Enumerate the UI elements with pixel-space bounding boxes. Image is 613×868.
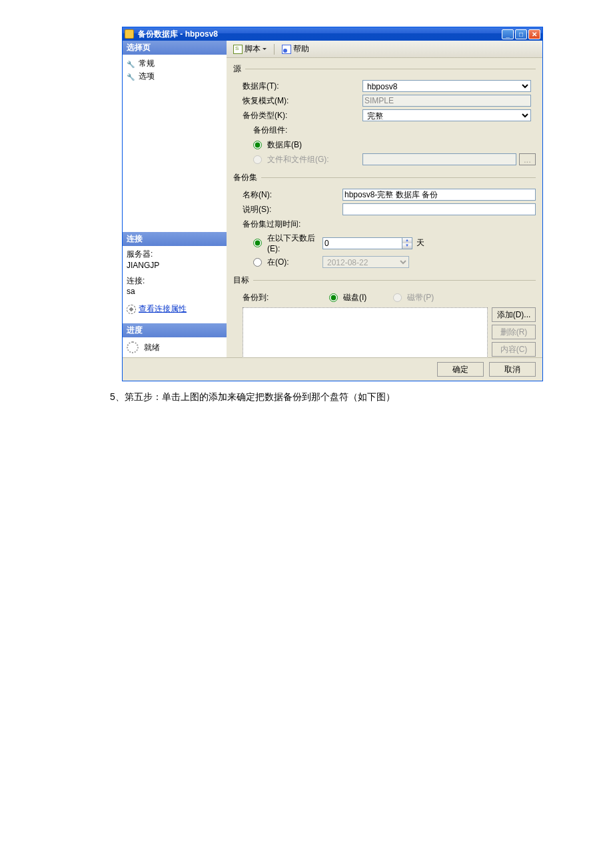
- after-label: 在以下天数后(E):: [267, 233, 322, 253]
- radio-database-label: 数据库(B): [267, 139, 302, 151]
- step-caption: 5、第五步：单击上图的添加来确定把数据备份到那个盘符（如下图）: [110, 391, 600, 403]
- radio-on-date[interactable]: [253, 258, 262, 267]
- dialog-window: 备份数据库 - hbposv8 _ □ ✕ 选择页 常规 选项 连接: [122, 27, 543, 381]
- desc-label: 说明(S):: [243, 204, 342, 215]
- desc-field[interactable]: [342, 203, 536, 215]
- filegroups-field: [362, 153, 516, 165]
- minimize-button[interactable]: _: [502, 29, 514, 39]
- progress-header: 进度: [123, 323, 227, 337]
- page-icon: [127, 59, 136, 69]
- expire-date-select: 2012-08-22: [322, 256, 409, 268]
- backup-type-label: 备份类型(K):: [243, 110, 362, 121]
- content-area: 源 数据库(T): hbposv8 恢复模式(M): 备份类型(K):: [227, 58, 542, 357]
- radio-database[interactable]: [253, 141, 262, 149]
- radio-disk-label: 磁盘(I): [343, 292, 366, 303]
- sidebar-item-label: 选项: [139, 71, 155, 82]
- page-icon: [127, 72, 136, 81]
- conn-label: 连接:: [127, 275, 223, 287]
- spinner-icon: [127, 341, 139, 353]
- days-spinner[interactable]: ▲ ▼: [322, 237, 412, 249]
- ok-button[interactable]: 确定: [437, 362, 484, 377]
- help-icon: [282, 45, 291, 54]
- add-button[interactable]: 添加(D)...: [492, 307, 536, 322]
- script-button[interactable]: 脚本: [231, 43, 269, 55]
- days-field[interactable]: [322, 237, 402, 249]
- toolbar: 脚本 帮助: [227, 41, 542, 58]
- maximize-button[interactable]: □: [515, 29, 527, 39]
- connection-header: 连接: [123, 232, 227, 246]
- spinner-up-icon[interactable]: ▲: [402, 238, 412, 243]
- script-icon: [233, 45, 243, 54]
- server-label: 服务器:: [127, 249, 223, 260]
- backupset-group: 备份集 名称(N): 说明(S): 备份集过期时间:: [233, 172, 536, 269]
- browse-filegroups-button: ...: [519, 153, 536, 165]
- radio-tape: [393, 293, 402, 302]
- backupset-legend: 备份集: [233, 172, 257, 183]
- contents-button: 内容(C): [492, 342, 536, 357]
- sidebar: 选择页 常规 选项 连接 服务器: JIANGJP 连接: sa: [123, 41, 227, 357]
- spinner-down-icon[interactable]: ▼: [402, 243, 412, 249]
- expire-label: 备份集过期时间:: [243, 219, 362, 230]
- backup-to-label: 备份到:: [243, 292, 329, 303]
- database-label: 数据库(T):: [243, 81, 362, 92]
- window-controls: _ □ ✕: [502, 29, 540, 39]
- server-value: JIANGJP: [127, 260, 223, 271]
- backup-type-select[interactable]: 完整: [362, 109, 531, 121]
- on-label: 在(O):: [267, 257, 289, 268]
- name-label: 名称(N):: [243, 189, 342, 201]
- conn-value: sa: [127, 286, 223, 297]
- titlebar: 备份数据库 - hbposv8 _ □ ✕: [123, 27, 542, 41]
- cancel-button[interactable]: 取消: [489, 362, 536, 377]
- dropdown-arrow-icon: [263, 48, 267, 52]
- main-panel: 脚本 帮助 源 数据库(T): hbposv8: [227, 41, 542, 357]
- select-page-header: 选择页: [123, 41, 227, 55]
- sidebar-item-options[interactable]: 选项: [127, 70, 223, 83]
- radio-tape-label: 磁带(P): [407, 292, 434, 303]
- source-group: 源 数据库(T): hbposv8 恢复模式(M): 备份类型(K):: [233, 63, 536, 167]
- destination-group: 目标 备份到: 磁盘(I) 磁带(P): [233, 275, 536, 357]
- window-title: 备份数据库 - hbposv8: [138, 29, 502, 40]
- toolbar-separator: [274, 44, 275, 55]
- days-unit: 天: [416, 237, 424, 249]
- recovery-label: 恢复模式(M):: [243, 95, 362, 107]
- sidebar-item-general[interactable]: 常规: [127, 57, 223, 70]
- view-conn-link[interactable]: 查看连接属性: [139, 303, 187, 315]
- view-conn-props[interactable]: 查看连接属性: [127, 303, 223, 315]
- recovery-field: [362, 95, 531, 107]
- radio-disk[interactable]: [329, 293, 338, 302]
- close-button[interactable]: ✕: [528, 29, 540, 39]
- destination-listbox[interactable]: [243, 307, 488, 357]
- radio-filegroups: [253, 155, 262, 164]
- page-list: 常规 选项: [123, 55, 227, 85]
- dest-legend: 目标: [233, 275, 249, 286]
- radio-files-label: 文件和文件组(G):: [267, 154, 329, 165]
- app-icon: [125, 29, 134, 39]
- dialog-footer: 确定 取消: [123, 357, 542, 381]
- script-label: 脚本: [245, 43, 261, 55]
- help-button[interactable]: 帮助: [279, 43, 312, 55]
- name-field[interactable]: [342, 189, 536, 201]
- progress-block: 就绪: [123, 337, 227, 357]
- remove-button: 删除(R): [492, 325, 536, 339]
- source-legend: 源: [233, 63, 241, 75]
- database-select[interactable]: hbposv8: [362, 80, 531, 92]
- gear-icon: [127, 305, 136, 314]
- connection-info: 服务器: JIANGJP 连接: sa 查看连接属性: [123, 246, 227, 318]
- sidebar-item-label: 常规: [139, 58, 155, 69]
- radio-after-days[interactable]: [253, 239, 262, 247]
- component-label: 备份组件:: [243, 125, 362, 136]
- help-label: 帮助: [293, 43, 309, 55]
- dialog-body: 选择页 常规 选项 连接 服务器: JIANGJP 连接: sa: [123, 41, 542, 357]
- progress-status: 就绪: [144, 342, 160, 353]
